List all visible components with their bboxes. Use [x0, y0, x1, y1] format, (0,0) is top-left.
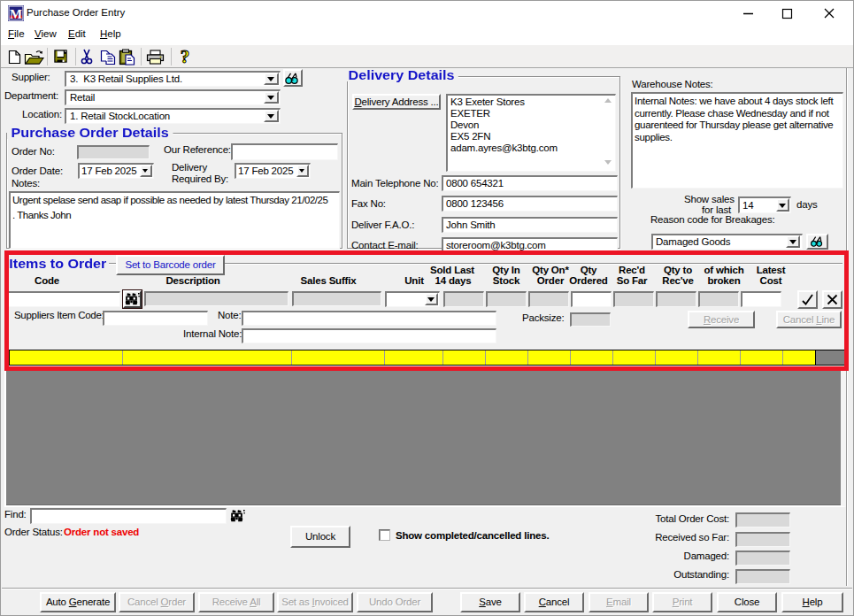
svg-text:?: ?	[181, 47, 190, 66]
svg-text:M: M	[10, 7, 22, 21]
